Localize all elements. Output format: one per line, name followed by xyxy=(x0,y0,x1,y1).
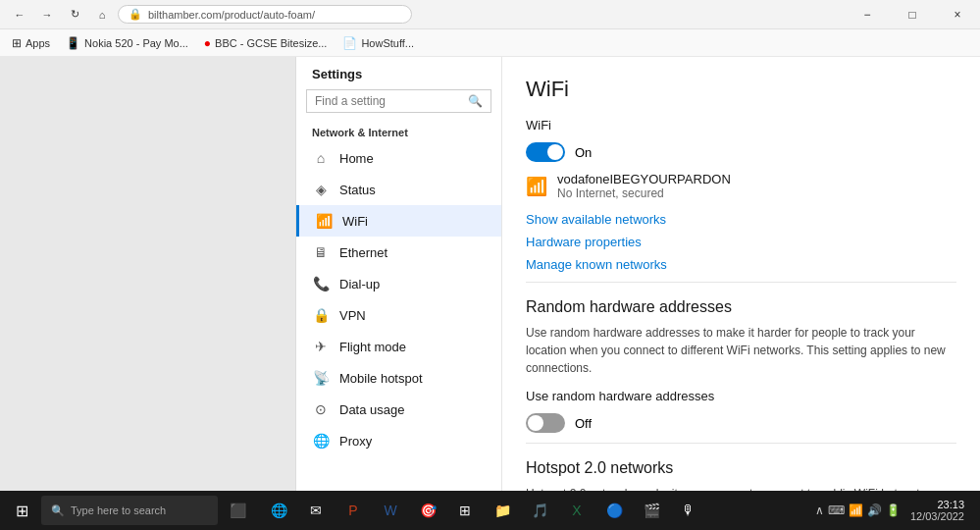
vpn-icon: 🔒 xyxy=(312,307,330,323)
hardware-properties-link[interactable]: Hardware properties xyxy=(526,235,956,249)
howstuff-icon: 📄 xyxy=(342,36,357,50)
task-view-button[interactable]: ⬛ xyxy=(220,493,255,528)
lock-icon: 🔒 xyxy=(129,8,142,21)
taskbar-app5[interactable]: 🎬 xyxy=(634,493,669,528)
sidebar-item-status[interactable]: ◈ Status xyxy=(296,174,501,205)
apps-icon: ⊞ xyxy=(12,36,22,50)
taskbar-powerpoint[interactable]: P xyxy=(335,493,371,528)
random-hw-toggle-row: Use random hardware addresses xyxy=(526,389,956,403)
bookmark-bbc[interactable]: ● BBC - GCSE Bitesize... xyxy=(200,34,332,52)
clock-time: 23:13 xyxy=(910,499,964,510)
sidebar-item-vpn[interactable]: 🔒 VPN xyxy=(296,299,501,331)
nokia-icon: 📱 xyxy=(66,36,80,50)
random-hw-toggle-control: Off xyxy=(526,413,956,433)
time-display[interactable]: 23:13 12/03/2022 xyxy=(904,497,970,524)
random-hw-description: Use random hardware addresses to make it… xyxy=(526,324,956,377)
status-label: Status xyxy=(339,183,376,197)
wifi-nav-icon: 📶 xyxy=(315,213,333,229)
bbc-icon: ● xyxy=(204,36,211,50)
main-content: Settings 🔍 Network & Internet ⌂ Home ◈ S… xyxy=(0,57,980,491)
home-label: Home xyxy=(339,151,374,166)
proxy-label: Proxy xyxy=(339,434,372,449)
ethernet-label: Ethernet xyxy=(339,245,387,260)
wifi-toggle[interactable] xyxy=(526,142,565,162)
titlebar-left: ← → ↻ ⌂ 🔒 bilthamber.com/product/auto-fo… xyxy=(0,3,845,26)
battery-icon[interactable]: 🔋 xyxy=(886,504,901,517)
home-button[interactable]: ⌂ xyxy=(90,3,114,26)
mobilehotspot-icon: 📡 xyxy=(312,370,330,386)
taskbar-search-placeholder: Type here to search xyxy=(71,504,166,516)
random-hw-toggle-text: Off xyxy=(575,416,592,431)
taskbar-files[interactable]: 📁 xyxy=(485,493,520,528)
forward-button[interactable]: → xyxy=(35,3,59,26)
manage-networks-link[interactable]: Manage known networks xyxy=(526,257,956,272)
section-label: Network & Internet xyxy=(296,121,501,142)
taskbar-app6[interactable]: 🎙 xyxy=(671,493,706,528)
taskbar-search[interactable]: 🔍 Type here to search xyxy=(41,496,218,525)
taskbar-edge[interactable]: 🌐 xyxy=(261,493,296,528)
search-icon: 🔍 xyxy=(468,94,483,108)
address-bar[interactable]: 🔒 bilthamber.com/product/auto-foam/ xyxy=(118,5,412,24)
settings-search-input[interactable] xyxy=(315,94,462,108)
datausage-icon: ⊙ xyxy=(312,401,330,417)
window-controls: − □ × xyxy=(845,0,980,29)
network-icon[interactable]: 📶 xyxy=(849,504,863,517)
bookmark-apps[interactable]: ⊞ Apps xyxy=(8,34,54,52)
random-hw-title: Random hardware addresses xyxy=(526,298,956,316)
taskbar-app2[interactable]: ⊞ xyxy=(447,493,483,528)
sidebar-item-datausage[interactable]: ⊙ Data usage xyxy=(296,394,501,425)
taskbar-search-icon: 🔍 xyxy=(51,504,65,517)
home-nav-icon: ⌂ xyxy=(312,150,330,166)
bookmark-bbc-label: BBC - GCSE Bitesize... xyxy=(215,37,327,49)
wifi-network: 📶 vodafoneIBEGYOURPARDON No Internet, se… xyxy=(526,172,956,200)
sidebar-item-mobilehotspot[interactable]: 📡 Mobile hotspot xyxy=(296,362,501,394)
flightmode-icon: ✈ xyxy=(312,339,330,354)
wifi-signal-icon: 📶 xyxy=(526,176,547,197)
start-button[interactable]: ⊞ xyxy=(4,493,39,528)
divider-1 xyxy=(526,282,956,283)
back-button[interactable]: ← xyxy=(8,3,31,26)
close-button[interactable]: × xyxy=(935,0,980,29)
show-networks-link[interactable]: Show available networks xyxy=(526,212,956,227)
sidebar-item-ethernet[interactable]: 🖥 Ethernet xyxy=(296,237,501,268)
wifi-toggle-control: On xyxy=(526,142,956,162)
taskbar-app3[interactable]: 🎵 xyxy=(522,493,557,528)
taskbar-excel[interactable]: X xyxy=(559,493,594,528)
bookmark-howstuff-label: HowStuff... xyxy=(361,37,414,49)
volume-icon[interactable]: 🔊 xyxy=(867,504,882,517)
random-hw-toggle[interactable] xyxy=(526,413,565,433)
hotspot2-title: Hotspot 2.0 networks xyxy=(526,459,956,477)
taskbar-mail[interactable]: ✉ xyxy=(298,493,334,528)
settings-search[interactable]: 🔍 xyxy=(306,89,491,113)
sidebar-item-home[interactable]: ⌂ Home xyxy=(296,142,501,174)
taskbar-app1[interactable]: 🎯 xyxy=(410,493,445,528)
titlebar: ← → ↻ ⌂ 🔒 bilthamber.com/product/auto-fo… xyxy=(0,0,980,29)
wifi-toggle-state-text: On xyxy=(575,145,592,160)
sidebar-item-wifi[interactable]: 📶 WiFi xyxy=(296,205,501,237)
bookmarks-bar: ⊞ Apps 📱 Nokia 520 - Pay Mo... ● BBC - G… xyxy=(0,29,980,57)
system-tray: ∧ ⌨ 📶 🔊 🔋 xyxy=(815,504,901,517)
tray-chevron[interactable]: ∧ xyxy=(815,504,824,517)
maximize-button[interactable]: □ xyxy=(890,0,935,29)
sidebar-item-flightmode[interactable]: ✈ Flight mode xyxy=(296,331,501,362)
content-area: WiFi WiFi On 📶 vodafoneIBEGYOURPARDON No… xyxy=(502,57,980,491)
taskbar-word[interactable]: W xyxy=(373,493,408,528)
minimize-button[interactable]: − xyxy=(845,0,890,29)
mobilehotspot-label: Mobile hotspot xyxy=(339,371,423,386)
refresh-button[interactable]: ↻ xyxy=(63,3,86,26)
keyboard-icon[interactable]: ⌨ xyxy=(828,504,845,517)
ethernet-icon: 🖥 xyxy=(312,244,330,260)
bookmark-nokia-label: Nokia 520 - Pay Mo... xyxy=(84,37,188,49)
dialup-label: Dial-up xyxy=(339,277,380,292)
taskbar-pinned: 🌐 ✉ P W 🎯 ⊞ 📁 🎵 X 🔵 🎬 🎙 xyxy=(261,493,706,528)
browser-area xyxy=(0,57,296,491)
taskbar-right: ∧ ⌨ 📶 🔊 🔋 23:13 12/03/2022 xyxy=(809,497,976,524)
taskbar-app4[interactable]: 🔵 xyxy=(596,493,632,528)
network-name: vodafoneIBEGYOURPARDON xyxy=(557,172,731,186)
sidebar-item-dialup[interactable]: 📞 Dial-up xyxy=(296,268,501,299)
bookmark-howstuff[interactable]: 📄 HowStuff... xyxy=(338,34,418,52)
flightmode-label: Flight mode xyxy=(339,340,406,354)
bookmark-nokia[interactable]: 📱 Nokia 520 - Pay Mo... xyxy=(62,34,192,52)
vpn-label: VPN xyxy=(339,308,366,323)
sidebar-item-proxy[interactable]: 🌐 Proxy xyxy=(296,425,501,456)
